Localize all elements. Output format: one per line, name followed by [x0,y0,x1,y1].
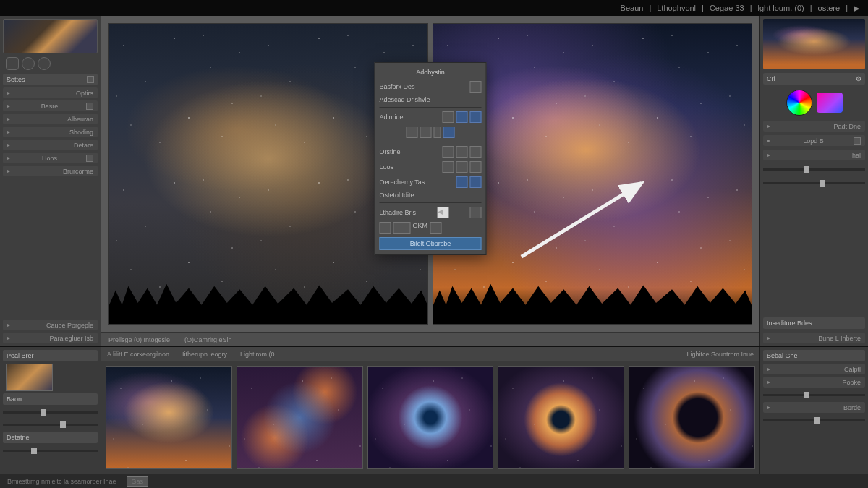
panel-item[interactable]: Hoos [3,153,98,163]
mini-thumbnail[interactable] [6,364,53,391]
tool-tile[interactable] [456,146,468,158]
slider[interactable] [763,415,865,425]
gear-icon: ⚙ [856,75,861,82]
dialog-label: Adescad Drishvle [380,96,430,103]
dialog-apply-button[interactable]: Bilelt Oborsbe [380,237,482,250]
action-tile[interactable] [380,222,391,234]
filmstrip-item[interactable] [106,366,232,469]
tool-tile[interactable] [470,161,482,173]
slider[interactable] [3,407,98,417]
panel-item[interactable]: Detare [3,140,98,150]
mode-tile[interactable] [456,111,468,123]
adjustments-dialog[interactable]: Adobystin Basforx Des Adescad Drishvle A… [375,62,487,255]
bottom-left-panel: Peal Brer Baon Detatne [0,347,101,474]
topbar-item[interactable]: lght loum. (0) [758,4,804,12]
tool-tile[interactable] [470,176,482,188]
filmstrip-item[interactable] [367,366,494,469]
info-label: (O)Camrirg eSln [184,336,232,343]
section-header[interactable]: Settes [3,74,98,85]
dialog-label: Lthadire Bris [380,209,417,216]
bottom-right-panel: Bebal Ghe Calptl Pooke Borde [760,347,868,474]
slider[interactable] [763,178,865,188]
panel-item[interactable]: Lopd B [763,135,865,146]
dialog-title: Adobystin [380,67,482,77]
slider[interactable] [3,419,98,429]
dialog-label: Orstine [380,148,401,155]
panel-item[interactable]: Calptl [763,364,865,374]
topbar-item[interactable]: Cegae 33 [710,4,744,12]
filmstrip-header: A lilitLE corkeorgilnon Iitherupn leogry… [101,347,760,361]
filmstrip-item[interactable] [498,366,624,469]
toggle-icon [87,76,94,83]
panel-item[interactable]: Borde [763,402,865,413]
panel-item[interactable]: Padt Dne [763,121,865,132]
filmstrip: A lilitLE corkeorgilnon Iitherupn leogry… [101,347,760,474]
panel-item[interactable]: Paralegluer Isb [3,333,98,343]
preset-tile[interactable] [420,127,432,138]
dialog-label: Adinride [380,114,404,121]
section-header[interactable]: Baon [3,393,98,405]
panel-item[interactable]: Pooke [763,377,865,388]
color-wheel[interactable] [786,90,812,116]
tool-tile[interactable] [456,161,468,173]
panel-item[interactable]: Shoding [3,127,98,137]
section-header[interactable]: Peal Brer [3,350,98,361]
section-header[interactable]: Cri⚙ [763,73,865,85]
section-header[interactable]: Bebal Ghe [763,350,865,361]
preset-tile[interactable] [443,127,455,138]
tool-tile[interactable] [443,161,454,173]
status-bar: Bmiesttimg nmieltc la seamorper Inae Gas [0,474,868,488]
film-tab[interactable]: Iitherupn leogry [182,351,227,358]
topbar-item[interactable]: ostere [818,4,841,12]
play-tile-icon[interactable]: ◀ [437,207,448,218]
tool-row [3,56,98,72]
slider[interactable] [3,445,98,455]
dialog-label: Loos [380,163,394,171]
dialog-label: Basforx Des [380,83,415,90]
circle-tool-icon[interactable] [38,57,51,70]
ellipse-tool-icon[interactable] [22,57,35,70]
left-panel: Settes Optirs Basre Albeuran Shoding Det… [0,16,101,346]
section-header[interactable]: Insediture Bdes [763,317,865,329]
viewport-infobar: Prellsge (0) Intogesle (O)Camrirg eSln [101,332,760,346]
film-tab[interactable]: A lilitLE corkeorgilnon [107,351,169,358]
panel-item[interactable]: Caube Porgeple [3,320,98,330]
section-header[interactable]: Detatne [3,432,98,443]
tool-tile[interactable] [443,146,454,158]
close-icon[interactable] [470,81,482,93]
right-panel: Cri⚙ Padt Dne Lopd B hal Insediture Bdes… [760,16,868,346]
navigator-thumbnail[interactable] [3,19,98,53]
panel-item[interactable]: Brurcorme [3,166,98,176]
tool-tile[interactable] [456,176,468,188]
viewport: Adobystin Basforx Des Adescad Drishvle A… [101,16,760,346]
preset-tile[interactable] [434,127,441,138]
film-tab[interactable]: Lighitce Sountrom Inue [686,351,754,358]
film-tab[interactable]: Lightirom (0 [240,351,275,358]
preview-thumbnail[interactable] [763,19,865,69]
panel-item[interactable]: Bune L Inberte [763,333,865,343]
panel-item[interactable]: hal [763,150,865,160]
action-tile[interactable] [430,222,441,234]
curve-tool-icon[interactable] [6,57,19,70]
dialog-label: Ostetol Idite [380,192,482,199]
action-tile[interactable] [393,222,411,234]
topbar-item[interactable]: Lthoghvonl [657,4,696,12]
play-icon[interactable]: ▶ [854,4,859,13]
slider[interactable] [763,390,865,400]
tool-tile[interactable] [470,146,482,158]
panel-item[interactable]: Optirs [3,87,98,98]
filmstrip-item[interactable] [237,366,363,469]
dialog-label: Oerechemy Tas [380,179,425,186]
preset-tile[interactable] [407,127,418,138]
status-button[interactable]: Gas [127,476,149,487]
filmstrip-item[interactable] [629,366,755,469]
panel-item[interactable]: Albeuran [3,114,98,124]
topbar-item[interactable]: Beaun [621,4,644,12]
bottom-strip: Peal Brer Baon Detatne A lilitLE corkeor… [0,346,868,474]
tool-tile[interactable] [470,207,482,218]
mode-tile[interactable] [470,111,482,123]
panel-item[interactable]: Basre [3,100,98,111]
slider[interactable] [763,164,865,174]
mode-tile[interactable] [443,111,454,123]
gradient-swatch[interactable] [817,93,843,113]
